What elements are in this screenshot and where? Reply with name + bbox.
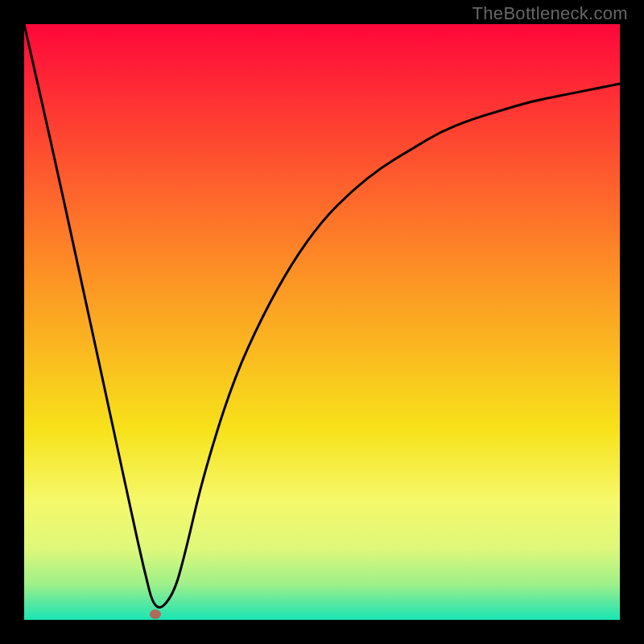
plot-area xyxy=(24,24,620,620)
chart-frame: TheBottleneck.com xyxy=(0,0,644,644)
chart-svg xyxy=(24,24,620,620)
watermark-label: TheBottleneck.com xyxy=(473,3,628,24)
gradient-background xyxy=(24,24,620,620)
optimal-point-marker xyxy=(150,609,161,619)
